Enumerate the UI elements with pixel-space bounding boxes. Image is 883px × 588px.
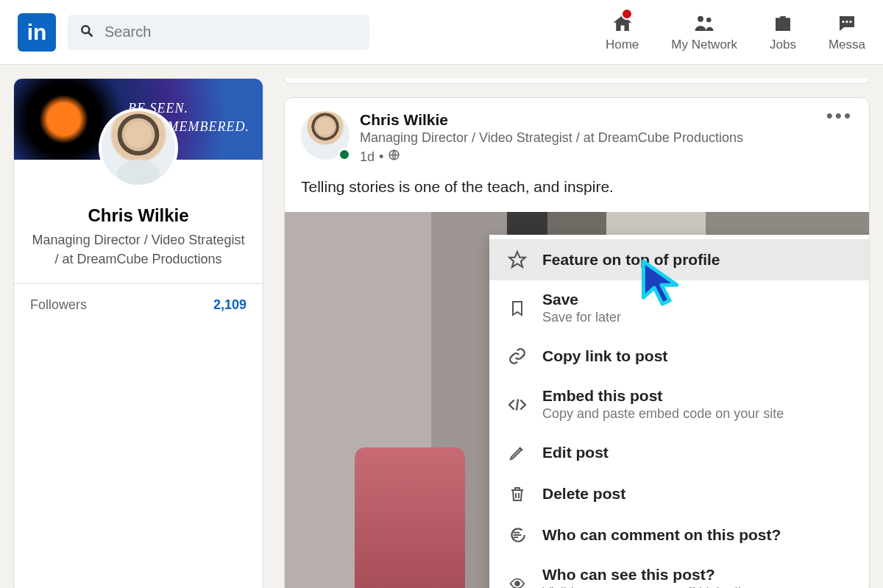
svg-point-14	[515, 581, 519, 586]
followers-label: Followers	[30, 297, 87, 313]
svg-marker-10	[509, 252, 525, 267]
menu-label: Who can comment on this post?	[542, 526, 781, 544]
globe-icon	[388, 149, 400, 165]
search-icon	[79, 24, 94, 41]
menu-edit[interactable]: Edit post	[489, 432, 869, 473]
menu-copy-link[interactable]: Copy link to post	[489, 336, 869, 377]
profile-sidebar-card: Chris Wilkie Managing Director / Video S…	[13, 78, 263, 588]
svg-rect-4	[776, 18, 790, 21]
trash-icon	[507, 483, 528, 504]
presence-indicator	[338, 148, 351, 161]
search-input[interactable]	[103, 23, 358, 41]
menu-who-see[interactable]: Who can see this post? Visible to anyone…	[489, 556, 869, 588]
svg-point-7	[845, 20, 848, 22]
messaging-icon	[834, 13, 859, 35]
comment-icon	[507, 525, 528, 545]
followers-count: 2,109	[213, 297, 247, 313]
profile-avatar[interactable]	[99, 108, 178, 188]
nav-jobs[interactable]: Jobs	[770, 13, 796, 52]
bookmark-icon	[507, 298, 528, 319]
nav-messaging[interactable]: Messa	[829, 13, 865, 52]
search-box[interactable]	[68, 15, 369, 50]
svg-point-6	[842, 20, 844, 22]
cursor-overlay	[638, 257, 685, 314]
post-author-role: Managing Director / Video Strategist / a…	[360, 130, 853, 146]
nav-label: Jobs	[770, 38, 796, 52]
followers-row[interactable]: Followers 2,109	[14, 284, 263, 326]
svg-point-8	[849, 20, 851, 22]
menu-sublabel: Save for later	[542, 310, 621, 325]
menu-embed[interactable]: Embed this post Copy and paste embed cod…	[489, 377, 869, 432]
pencil-icon	[507, 442, 528, 463]
post-card: Chris Wilkie Managing Director / Video S…	[284, 97, 870, 588]
code-icon	[507, 394, 528, 415]
menu-label: Delete post	[542, 485, 625, 503]
eye-icon	[507, 573, 528, 589]
profile-title: Managing Director / Video Strategist / a…	[29, 230, 248, 269]
post-time-value: 1d	[360, 149, 375, 165]
menu-label: Who can see this post?	[542, 566, 749, 584]
link-icon	[507, 346, 528, 366]
menu-who-comment[interactable]: Who can comment on this post?	[489, 514, 869, 556]
svg-line-11	[517, 399, 518, 410]
menu-label: Feature on top of profile	[542, 251, 720, 269]
post-body-text: Telling stories is one of the teach, and…	[285, 165, 869, 212]
star-icon	[507, 249, 528, 270]
notification-badge	[621, 8, 633, 20]
menu-label: Save	[542, 291, 621, 308]
post-timestamp: 1d •	[360, 149, 853, 165]
menu-sublabel: Visible to anyone on or off LinkedIn	[542, 585, 749, 588]
post-options-button[interactable]: •••	[826, 111, 853, 121]
menu-label: Copy link to post	[542, 347, 667, 365]
nav-label: My Network	[671, 38, 737, 52]
header-bar: in Home My Network Jobs	[0, 0, 883, 65]
nav-home[interactable]: Home	[606, 13, 639, 52]
menu-delete[interactable]: Delete post	[489, 473, 869, 514]
svg-line-1	[89, 32, 93, 36]
profile-name[interactable]: Chris Wilkie	[29, 205, 248, 226]
menu-label: Embed this post	[542, 387, 784, 405]
svg-point-2	[698, 15, 703, 21]
nav-network[interactable]: My Network	[671, 13, 737, 52]
nav-label: Home	[606, 38, 639, 52]
menu-label: Edit post	[542, 444, 609, 461]
jobs-icon	[770, 13, 795, 35]
network-icon	[692, 13, 717, 35]
post-author-name[interactable]: Chris Wilkie	[360, 111, 853, 129]
dot-separator: •	[379, 149, 383, 165]
post-author-avatar[interactable]	[301, 111, 350, 160]
svg-point-0	[82, 26, 89, 33]
linkedin-logo[interactable]: in	[18, 13, 56, 52]
svg-point-3	[706, 17, 712, 22]
menu-sublabel: Copy and paste embed code on your site	[542, 406, 784, 422]
nav-label: Messa	[829, 38, 865, 52]
previous-card-edge	[284, 78, 870, 84]
top-nav: Home My Network Jobs Messa	[606, 13, 865, 52]
svg-rect-5	[776, 21, 790, 31]
